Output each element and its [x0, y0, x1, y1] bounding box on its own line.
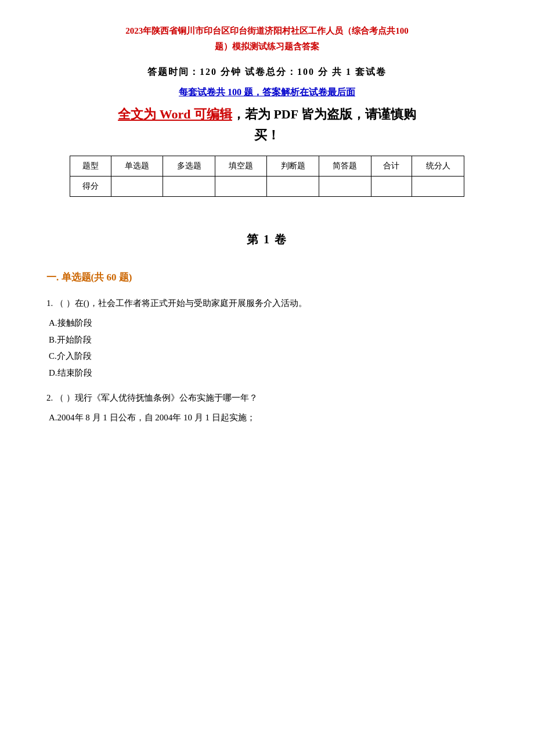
table-cell-multi [163, 177, 215, 197]
table-header-total: 合计 [371, 156, 412, 177]
question-2-options: A.2004年 8 月 1 日公布，自 2004年 10 月 1 日起实施； [49, 409, 488, 426]
question-1-option-a: A.接触阶段 [49, 315, 488, 332]
table-cell-single [111, 177, 163, 197]
volume-title: 第 1 卷 [46, 232, 488, 247]
table-cell-fill [215, 177, 267, 197]
table-header-single: 单选题 [111, 156, 163, 177]
question-1: 1. （ ）在()，社会工作者将正式开始与受助家庭开展服务介入活动。 A.接触阶… [46, 296, 488, 381]
table-cell-scorer [412, 177, 464, 197]
table-row-label: 得分 [70, 177, 111, 197]
question-1-text: 1. （ ）在()，社会工作者将正式开始与受助家庭开展服务介入活动。 [46, 296, 488, 311]
exam-info: 答题时间：120 分钟 试卷总分：100 分 共 1 套试卷 [46, 66, 488, 78]
question-2-text: 2. （ ）现行《军人优待抚恤条例》公布实施于哪一年？ [46, 390, 488, 406]
table-header-type: 题型 [70, 156, 111, 177]
table-cell-short [319, 177, 371, 197]
question-1-option-d: D.结束阶段 [49, 365, 488, 381]
score-table: 题型 单选题 多选题 填空题 判断题 简答题 合计 统分人 得分 [70, 156, 464, 197]
question-1-number: 1. [46, 298, 53, 308]
question-2: 2. （ ）现行《军人优待抚恤条例》公布实施于哪一年？ A.2004年 8 月 … [46, 390, 488, 426]
table-header-short: 简答题 [319, 156, 371, 177]
word-notice-line1: 全文为 Word 可编辑，若为 PDF 皆为盗版，请谨慎购 [46, 106, 488, 123]
question-1-option-c: C.介入阶段 [49, 348, 488, 365]
question-1-content: （ ）在()，社会工作者将正式开始与受助家庭开展服务介入活动。 [55, 298, 307, 308]
table-cell-total [371, 177, 412, 197]
title-line1: 2023年陕西省铜川市印台区印台街道济阳村社区工作人员（综合考点共100 [46, 23, 488, 39]
table-header-multi: 多选题 [163, 156, 215, 177]
question-1-option-b: B.开始阶段 [49, 332, 488, 348]
table-header-judge: 判断题 [267, 156, 319, 177]
word-notice-normal: ，若为 PDF 皆为盗版，请谨慎购 [232, 107, 416, 121]
page-title: 2023年陕西省铜川市印台区印台街道济阳村社区工作人员（综合考点共100 题）模… [46, 23, 488, 55]
question-2-number: 2. [46, 393, 53, 402]
word-notice-line2: 买！ [46, 127, 488, 144]
word-notice-red: 全文为 Word 可编辑 [118, 107, 232, 121]
question-2-content: （ ）现行《军人优待抚恤条例》公布实施于哪一年？ [55, 393, 258, 402]
table-header-fill: 填空题 [215, 156, 267, 177]
title-line2: 题）模拟测试练习题含答案 [46, 39, 488, 55]
exam-notice: 每套试卷共 100 题，答案解析在试卷最后面 [46, 87, 488, 99]
table-header-scorer: 统分人 [412, 156, 464, 177]
section-title: 一. 单选题(共 60 题) [46, 271, 488, 284]
question-1-options: A.接触阶段 B.开始阶段 C.介入阶段 D.结束阶段 [49, 315, 488, 381]
table-cell-judge [267, 177, 319, 197]
question-2-option-a: A.2004年 8 月 1 日公布，自 2004年 10 月 1 日起实施； [49, 409, 488, 426]
